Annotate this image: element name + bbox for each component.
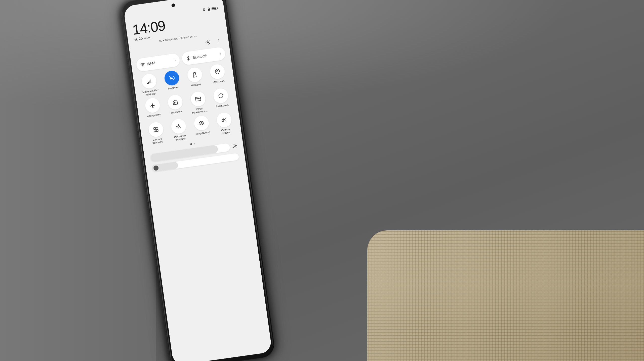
flashlight-icon	[191, 72, 198, 78]
tile-airplane[interactable]: Авиарежим	[141, 97, 165, 121]
svg-rect-13	[193, 72, 195, 74]
svg-rect-11	[150, 80, 151, 83]
wifi-label: Wi-Fi	[147, 59, 173, 66]
wifi-arrow: ›	[174, 58, 176, 62]
autorotate-label: Автоповор.	[216, 103, 229, 108]
link-icon	[153, 126, 159, 133]
mobile-label: Мобильн. Нет SIM-кар	[142, 89, 159, 97]
svg-rect-20	[154, 130, 156, 132]
wifi-tile[interactable]: Wi-Fi ›	[136, 53, 181, 72]
svg-point-29	[201, 122, 202, 124]
tile-eye-protect[interactable]: Защита глаз	[190, 115, 214, 139]
svg-point-15	[217, 70, 218, 72]
location-label: Местопол.	[213, 79, 225, 84]
link-windows-icon-wrap	[148, 121, 164, 138]
svg-line-25	[177, 125, 177, 125]
svg-line-34	[223, 119, 224, 120]
svg-point-6	[219, 42, 220, 43]
scissors-icon	[221, 117, 227, 123]
more-menu-icon[interactable]	[215, 37, 223, 45]
background: 14:09 чт, 20 июн. ты • Только экстренный…	[0, 0, 644, 361]
svg-rect-18	[153, 127, 155, 129]
svg-rect-1	[204, 11, 205, 11]
wifi-icon	[140, 62, 145, 67]
lock-icon	[207, 7, 211, 12]
svg-rect-10	[149, 81, 150, 83]
tile-link-windows[interactable]: Связь с Windows	[145, 121, 168, 145]
tile-silent[interactable]: Беззвучн.	[161, 69, 184, 94]
svg-line-26	[180, 127, 181, 128]
flashlight-label: Фонарик	[191, 83, 201, 87]
page-dot-1	[190, 143, 192, 145]
bluetooth-arrow: ›	[220, 52, 221, 55]
svg-line-17	[195, 98, 200, 99]
brightness-low-icon	[176, 123, 182, 129]
svg-point-35	[234, 145, 236, 147]
home-icon-wrap	[167, 94, 184, 111]
battery-icon	[211, 7, 218, 10]
home-label: Управлен.	[171, 110, 183, 114]
brightness-icon	[232, 143, 238, 150]
dark-mode-icon-wrap	[171, 118, 187, 135]
screenshot-label: Снимок экрана	[217, 127, 234, 135]
svg-point-7	[143, 66, 143, 66]
bluetooth-icon	[186, 56, 191, 61]
svg-line-39	[236, 147, 236, 147]
autorotate-icon-wrap	[213, 88, 229, 104]
svg-rect-0	[203, 8, 205, 11]
rotate-icon	[218, 93, 224, 99]
bluetooth-tile[interactable]: Bluetooth ›	[181, 46, 226, 66]
silent-label: Беззвучн.	[168, 86, 179, 90]
airplane-icon-wrap	[144, 97, 161, 114]
svg-line-14	[195, 75, 195, 76]
svg-line-24	[179, 128, 179, 129]
tile-mobile[interactable]: Мобильн. Нет SIM-кар	[138, 73, 161, 97]
portrait-icon	[202, 8, 206, 12]
eye-icon	[198, 120, 205, 126]
home-icon	[172, 99, 178, 105]
quick-tiles-grid: Мобильн. Нет SIM-кар Безз	[137, 63, 237, 145]
svg-point-22	[178, 125, 180, 127]
svg-point-4	[218, 39, 219, 40]
svg-line-28	[180, 126, 181, 126]
svg-line-43	[236, 144, 236, 144]
bluetooth-label: Bluetooth	[192, 52, 218, 60]
tile-dark-mode[interactable]: Режим зат емнения	[168, 118, 191, 142]
screenshot-icon-wrap	[216, 112, 233, 128]
link-windows-label: Связь с Windows	[149, 137, 166, 145]
tile-home[interactable]: Управлен.	[164, 93, 187, 118]
svg-rect-21	[156, 129, 158, 131]
svg-point-5	[219, 40, 219, 41]
svg-line-33	[225, 120, 226, 122]
tile-location[interactable]: Местопол.	[206, 63, 230, 87]
tile-screenshot[interactable]: Снимок экрана	[213, 111, 236, 136]
svg-rect-2	[208, 9, 210, 11]
gpay-icon-wrap	[190, 91, 207, 107]
tile-flashlight[interactable]: Фонарик	[183, 66, 207, 91]
signal-bars-icon	[146, 78, 152, 84]
flashlight-icon-wrap	[186, 67, 203, 83]
mobile-icon-wrap	[141, 73, 157, 90]
page-dot-2	[194, 143, 195, 144]
location-icon	[214, 69, 221, 75]
dark-mode-label: Режим зат емнения	[172, 134, 189, 142]
svg-rect-8	[147, 83, 148, 84]
credit-card-icon	[195, 96, 201, 102]
eye-protect-label: Защита глаз	[195, 131, 210, 136]
tile-autorotate[interactable]: Автоповор.	[210, 87, 233, 112]
airplane-icon	[149, 102, 156, 109]
svg-rect-19	[156, 127, 158, 129]
settings-icon[interactable]	[204, 38, 212, 46]
svg-rect-9	[148, 82, 149, 83]
svg-point-3	[207, 42, 209, 43]
eye-protect-icon-wrap	[193, 115, 210, 131]
tile-gpay[interactable]: GPay Нажмите, ч...	[187, 90, 210, 115]
svg-line-38	[233, 144, 233, 145]
location-icon-wrap	[209, 63, 226, 80]
silent-icon-wrap	[164, 70, 180, 86]
svg-line-23	[178, 124, 179, 125]
gpay-label: GPay Нажмите, ч...	[191, 106, 208, 115]
svg-line-27	[176, 127, 177, 127]
bell-off-icon	[169, 75, 175, 81]
svg-line-42	[233, 147, 234, 147]
